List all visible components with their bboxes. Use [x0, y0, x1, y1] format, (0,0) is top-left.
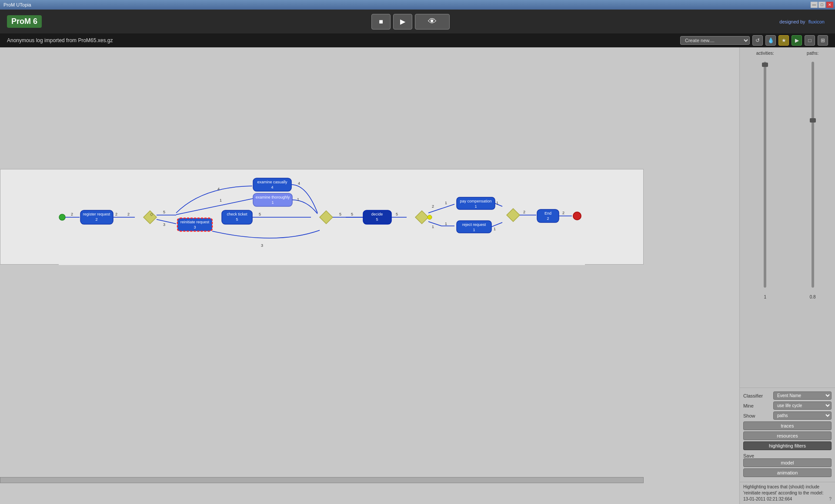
svg-text:1: 1 — [474, 204, 477, 209]
activities-label: activities: — [756, 51, 774, 56]
process-diagram: 2 register request 2 2 2 ◇ 5 3 — [0, 169, 643, 265]
question-mark[interactable]: ? — [829, 496, 832, 502]
svg-text:1: 1 — [271, 200, 274, 205]
yellow-circle — [428, 215, 432, 219]
mine-dropdown[interactable]: use life cycle — [773, 401, 832, 410]
svg-text:1: 1 — [297, 197, 299, 202]
classifier-label: Classifier — [743, 393, 772, 398]
start-circle — [59, 214, 65, 220]
controls-panel: Classifier Event Name Mine use life cycl… — [740, 388, 835, 482]
svg-text:4: 4 — [271, 185, 273, 189]
info-message: Highlighting traces that (should) includ… — [743, 484, 823, 495]
toolbar: ProM 6 ■ ▶ 👁 designed by fluxicon — [0, 10, 835, 33]
svg-text:check ticket: check ticket — [227, 212, 247, 216]
svg-text:reinitiate request: reinitiate request — [180, 220, 210, 224]
main-area: 2 register request 2 2 2 ◇ 5 3 — [0, 47, 835, 504]
svg-text:2: 2 — [523, 210, 525, 214]
horizontal-scrollbar[interactable] — [0, 477, 644, 483]
svg-text:reject request: reject request — [462, 222, 486, 227]
svg-text:2: 2 — [547, 216, 549, 221]
drop-button[interactable]: 💧 — [765, 35, 776, 46]
activities-slider-col: activities: 1 — [756, 51, 774, 384]
eye-button[interactable]: 👁 — [415, 14, 450, 30]
run-button[interactable]: ▶ — [792, 35, 802, 46]
traces-button[interactable]: traces — [743, 421, 832, 430]
titlebar: ProM UTopia — □ ✕ — [0, 0, 835, 10]
minimize-button[interactable]: — — [811, 2, 818, 8]
diagram-container: 2 register request 2 2 2 ◇ 5 3 — [0, 169, 644, 265]
classifier-row: Classifier Event Name — [743, 391, 832, 400]
animation-button[interactable]: animation — [743, 468, 832, 477]
brand-text: designed by fluxicon — [779, 19, 825, 24]
stop-button[interactable]: ■ — [371, 14, 391, 30]
window-button[interactable]: □ — [805, 35, 815, 46]
header-controls: Create new.... ↺ 💧 ★ ▶ □ ⊞ — [680, 35, 828, 46]
logo: ProM 6 — [7, 15, 42, 28]
svg-text:4: 4 — [298, 181, 300, 186]
paths-slider-col: paths: 0.8 — [807, 51, 818, 384]
paths-slider-track[interactable] — [812, 62, 814, 288]
svg-text:5: 5 — [339, 212, 341, 216]
grid-button[interactable]: ⊞ — [818, 35, 828, 46]
svg-text:2: 2 — [95, 217, 97, 222]
eye-icon: 👁 — [428, 17, 437, 27]
play-button[interactable]: ▶ — [393, 14, 412, 30]
create-new-dropdown[interactable]: Create new.... — [680, 36, 750, 45]
center-controls: ■ ▶ 👁 — [371, 14, 450, 30]
svg-text:1: 1 — [496, 201, 498, 205]
svg-text:5: 5 — [376, 217, 378, 222]
svg-text:2: 2 — [127, 212, 130, 216]
svg-text:decide: decide — [371, 212, 383, 216]
svg-text:1: 1 — [445, 222, 447, 226]
highlighting-filters-button[interactable]: highlighting filters — [743, 441, 832, 450]
svg-text:End: End — [544, 211, 551, 216]
refresh-button[interactable]: ↺ — [752, 35, 763, 46]
save-section: Save model animation — [743, 453, 832, 478]
end-inner-circle — [574, 213, 580, 219]
svg-text:5: 5 — [163, 210, 165, 214]
timestamp: 13-01-2011 02:21:32:664 — [743, 497, 792, 501]
svg-text:1: 1 — [220, 198, 222, 202]
activities-slider-thumb[interactable] — [762, 63, 768, 67]
window-controls: — □ ✕ — [810, 2, 833, 8]
activities-value: 1 — [764, 295, 766, 299]
maximize-button[interactable]: □ — [818, 2, 825, 8]
activities-slider-track[interactable] — [764, 62, 766, 288]
model-button[interactable]: model — [743, 458, 832, 467]
right-panel: activities: 1 paths: 0.8 — [739, 47, 835, 504]
page-title: Anonymous log imported from ProM65.xes.g… — [7, 37, 680, 43]
svg-text:pay compensation: pay compensation — [460, 199, 491, 203]
svg-text:5: 5 — [396, 212, 398, 216]
svg-text:1: 1 — [445, 201, 447, 205]
svg-text:1: 1 — [432, 225, 434, 229]
svg-text:3: 3 — [261, 243, 263, 248]
titlebar-text: ProM UTopia — [3, 2, 31, 7]
resources-button[interactable]: resources — [743, 431, 832, 440]
paths-slider-thumb[interactable] — [810, 118, 816, 123]
close-button[interactable]: ✕ — [826, 2, 833, 8]
svg-text:3: 3 — [163, 222, 165, 227]
svg-text:2: 2 — [115, 212, 117, 216]
svg-text:◇: ◇ — [150, 212, 153, 216]
paths-label: paths: — [807, 51, 818, 56]
mine-row: Mine use life cycle — [743, 401, 832, 410]
canvas-area[interactable]: 2 register request 2 2 2 ◇ 5 3 — [0, 47, 739, 504]
right-controls: designed by fluxicon — [779, 19, 828, 24]
svg-text:1: 1 — [473, 228, 475, 232]
paths-value: 0.8 — [810, 295, 816, 299]
logo-area: ProM 6 — [7, 15, 42, 28]
svg-text:2: 2 — [71, 212, 73, 216]
svg-text:1: 1 — [494, 227, 496, 231]
svg-text:examine casually: examine casually — [257, 180, 287, 184]
classifier-dropdown[interactable]: Event Name — [773, 391, 832, 400]
save-label: Save — [743, 453, 754, 458]
show-row: Show paths — [743, 411, 832, 420]
info-text-area: Highlighting traces that (should) includ… — [740, 482, 835, 504]
show-dropdown[interactable]: paths — [773, 411, 832, 420]
sliders-area: activities: 1 paths: 0.8 — [740, 47, 835, 388]
svg-text:5: 5 — [259, 212, 261, 216]
star-button[interactable]: ★ — [778, 35, 789, 46]
svg-text:examine thoroughly: examine thoroughly — [256, 195, 290, 199]
mine-label: Mine — [743, 403, 772, 408]
header-bar: Anonymous log imported from ProM65.xes.g… — [0, 33, 835, 47]
